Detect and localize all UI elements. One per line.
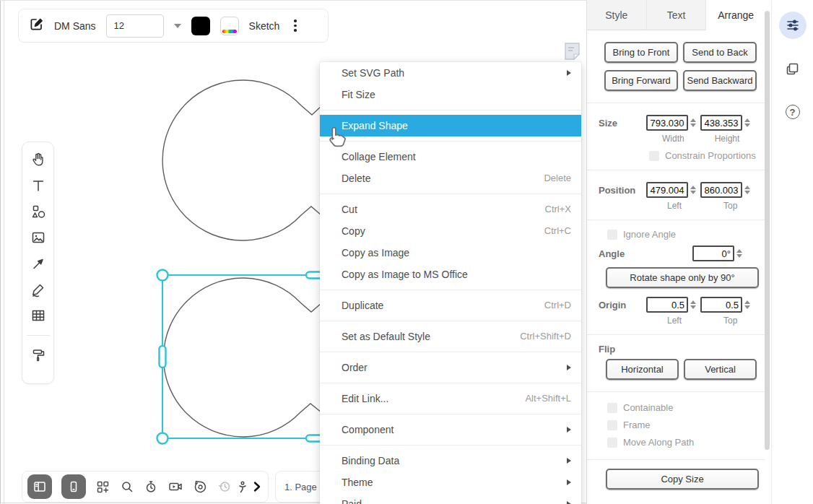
inspector-panel: Style Text Arrange Bring to Front Send t… <box>586 0 765 504</box>
toolbar-divider <box>27 335 50 336</box>
position-label: Position <box>599 185 646 196</box>
copy-size-button[interactable]: Copy Size <box>606 469 759 490</box>
menu-separator <box>320 194 581 194</box>
page-note-icon[interactable] <box>562 41 582 61</box>
send-to-back-button[interactable]: Send to Back <box>683 42 757 63</box>
pan-hand-icon[interactable] <box>27 149 49 170</box>
pages-copy-icon[interactable] <box>779 55 807 82</box>
widgets-icon[interactable] <box>95 479 110 495</box>
toggles-section: Containable Frame Move Along Path <box>587 392 765 460</box>
expand-more-chevron-icon[interactable] <box>252 480 262 493</box>
angle-input[interactable] <box>692 246 734 261</box>
menu-separator <box>320 290 581 290</box>
image-tool-icon[interactable] <box>27 227 49 248</box>
position-left-stepper[interactable] <box>690 186 696 194</box>
circle-shape-selected[interactable] <box>163 278 321 437</box>
font-color-swatch[interactable] <box>191 17 210 35</box>
move-along-path-checkbox[interactable] <box>607 438 617 448</box>
connector-arrow-icon[interactable] <box>27 253 49 274</box>
bring-forward-button[interactable]: Bring Forward <box>604 70 678 91</box>
origin-top-caption: Top <box>723 316 737 326</box>
menu-item-copy-as-image[interactable]: Copy as Image <box>320 242 581 264</box>
height-stepper[interactable] <box>744 118 750 127</box>
containable-checkbox[interactable] <box>607 403 617 413</box>
flip-vertical-button[interactable]: Vertical <box>684 359 757 380</box>
more-options-icon[interactable] <box>290 17 301 35</box>
font-family-label[interactable]: DM Sans <box>54 20 96 32</box>
mobile-preview-button[interactable] <box>61 474 86 499</box>
flip-horizontal-button[interactable]: Horizontal <box>606 359 679 380</box>
menu-item-edit-link[interactable]: Edit Link...Alt+Shift+L <box>320 388 581 409</box>
rotate-90-button[interactable]: Rotate shape only by 90° <box>606 267 759 288</box>
tab-text[interactable]: Text <box>647 0 707 30</box>
menu-item-copy[interactable]: CopyCtrl+C <box>320 220 581 242</box>
table-tool-icon[interactable] <box>27 305 49 326</box>
origin-left-stepper[interactable] <box>690 300 696 309</box>
properties-sliders-icon[interactable] <box>779 12 807 39</box>
menu-item-cut[interactable]: CutCtrl+X <box>320 199 581 220</box>
comment-refresh-icon[interactable] <box>193 479 208 495</box>
edit-style-icon[interactable] <box>29 17 44 35</box>
origin-left-input[interactable] <box>646 297 688 313</box>
menu-item-order[interactable]: Order <box>320 357 581 378</box>
angle-stepper[interactable] <box>736 249 742 258</box>
menu-item-fit-size[interactable]: Fit Size <box>320 84 581 105</box>
accessibility-icon[interactable] <box>238 479 250 494</box>
menu-item-theme[interactable]: Theme <box>320 472 581 493</box>
send-backward-button[interactable]: Send Backward <box>683 70 757 91</box>
menu-item-copy-as-image-ms-office[interactable]: Copy as Image to MS Office <box>320 264 581 285</box>
submenu-arrow-icon <box>567 458 571 464</box>
inspector-tabs: Style Text Arrange <box>587 0 765 30</box>
panel-scrollbar[interactable] <box>765 11 770 450</box>
right-icon-strip: ? <box>771 0 813 504</box>
angle-section: Ignore Angle Angle Rotate shape only by … <box>587 220 765 335</box>
menu-item-collage-element[interactable]: Collage Element <box>320 146 581 168</box>
sketch-style-label[interactable]: Sketch <box>249 20 280 32</box>
circle-shape-top[interactable] <box>162 80 321 240</box>
position-top-input[interactable] <box>700 182 742 198</box>
menu-item-set-as-default-style[interactable]: Set as Default StyleCtrl+Shift+D <box>320 326 581 347</box>
position-left-input[interactable] <box>646 182 688 198</box>
width-input[interactable] <box>646 115 688 131</box>
tab-style[interactable]: Style <box>587 0 647 30</box>
selection-handle-top-left[interactable] <box>157 270 168 281</box>
menu-item-delete[interactable]: DeleteDelete <box>320 168 581 189</box>
timer-icon[interactable] <box>144 479 158 494</box>
height-caption: Height <box>715 134 740 144</box>
freehand-pen-icon[interactable] <box>27 279 49 300</box>
format-painter-icon[interactable] <box>27 344 49 366</box>
shapes-tool-icon[interactable] <box>27 201 49 222</box>
origin-left-caption: Left <box>667 316 682 326</box>
menu-item-binding-data[interactable]: Binding Data <box>320 450 581 472</box>
selection-handle-bottom-left[interactable] <box>157 433 168 444</box>
tab-arrange[interactable]: Arrange <box>706 0 765 30</box>
drawing-toolbar <box>22 142 54 384</box>
bring-to-front-button[interactable]: Bring to Front <box>604 42 678 63</box>
menu-item-expand-shape[interactable]: Expand Shape <box>320 115 581 136</box>
history-icon[interactable] <box>217 479 232 494</box>
help-icon[interactable]: ? <box>779 98 807 126</box>
constrain-proportions-checkbox[interactable] <box>649 151 659 161</box>
menu-item-set-svg-path[interactable]: Set SVG Path <box>320 62 581 84</box>
zoom-search-icon[interactable] <box>120 479 134 494</box>
fill-color-picker-swatch[interactable] <box>220 17 239 35</box>
font-size-dropdown-icon[interactable] <box>174 24 181 28</box>
position-left-caption: Left <box>667 201 682 211</box>
font-size-input[interactable] <box>106 14 164 38</box>
menu-item-paid[interactable]: Paid <box>320 493 581 504</box>
menu-item-component[interactable]: Component <box>320 419 581 440</box>
flip-label: Flip <box>599 344 757 355</box>
frame-checkbox[interactable] <box>607 420 617 430</box>
record-video-icon[interactable] <box>168 479 183 494</box>
height-input[interactable] <box>700 115 742 131</box>
origin-top-input[interactable] <box>700 297 742 313</box>
menu-item-duplicate[interactable]: DuplicateCtrl+D <box>320 295 581 316</box>
width-stepper[interactable] <box>690 118 696 127</box>
submenu-arrow-icon <box>567 365 571 370</box>
position-top-stepper[interactable] <box>744 186 750 194</box>
toggle-left-panel-button[interactable] <box>27 474 52 499</box>
text-tool-icon[interactable] <box>27 175 49 196</box>
selection-handle-left-mid[interactable] <box>160 346 166 368</box>
origin-top-stepper[interactable] <box>744 300 750 309</box>
ignore-angle-checkbox[interactable] <box>607 230 617 240</box>
